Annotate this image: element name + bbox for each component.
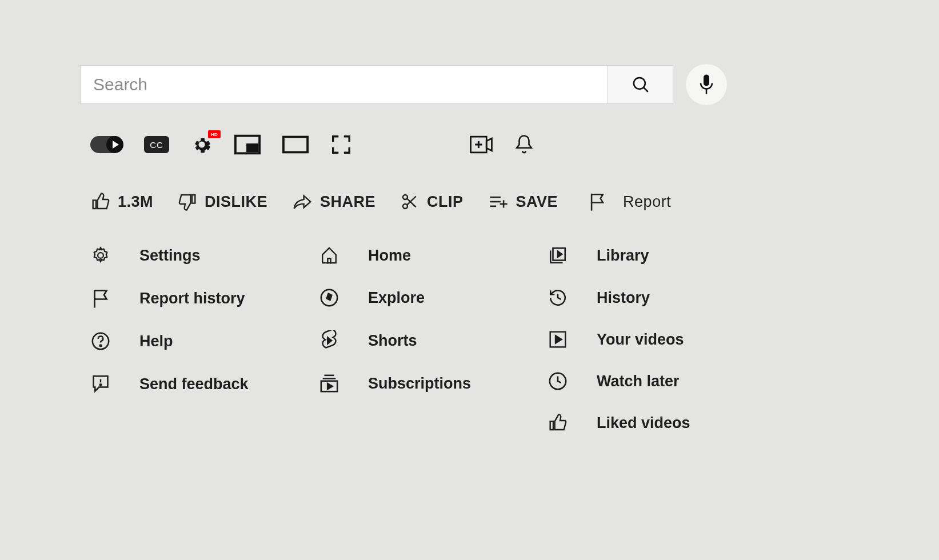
- nav-label: Subscriptions: [368, 375, 471, 393]
- clock-icon: [548, 371, 568, 391]
- save-button[interactable]: SAVE: [489, 193, 558, 211]
- share-icon: [293, 194, 312, 210]
- nav-subscriptions[interactable]: Subscriptions: [319, 374, 508, 393]
- share-label: SHARE: [320, 193, 375, 211]
- nav-label: Report history: [139, 290, 245, 307]
- captions-button[interactable]: CC: [144, 136, 169, 153]
- nav-watch-later[interactable]: Watch later: [548, 371, 736, 391]
- nav-column-3: Library History Your videos: [548, 246, 736, 432]
- navigation-section: Settings Report history Help: [80, 246, 859, 432]
- history-icon: [548, 288, 568, 307]
- search-icon: [631, 75, 650, 94]
- nav-label: Your videos: [597, 331, 684, 349]
- nav-column-2: Home Explore Shorts: [319, 246, 508, 432]
- nav-settings[interactable]: Settings: [90, 246, 279, 265]
- nav-label: History: [597, 289, 650, 307]
- thumbs-up-icon: [91, 193, 110, 211]
- library-icon: [548, 246, 568, 265]
- save-label: SAVE: [516, 193, 558, 211]
- nav-your-videos[interactable]: Your videos: [548, 330, 736, 349]
- cc-label: CC: [150, 140, 163, 150]
- fullscreen-button[interactable]: [330, 134, 352, 155]
- video-actions-row: 1.3M DISLIKE SHARE CLIP: [80, 192, 859, 211]
- nav-label: Help: [139, 333, 173, 350]
- share-button[interactable]: SHARE: [293, 193, 375, 211]
- svg-rect-6: [283, 137, 307, 153]
- svg-line-1: [644, 87, 648, 91]
- nav-column-1: Settings Report history Help: [90, 246, 279, 432]
- svg-point-20: [98, 253, 103, 258]
- shorts-icon: [319, 330, 339, 351]
- search-row: [80, 64, 859, 105]
- nav-label: Explore: [368, 289, 425, 307]
- help-icon: [90, 331, 111, 351]
- svg-point-23: [100, 345, 102, 347]
- microphone-icon: [698, 74, 715, 95]
- nav-report-history[interactable]: Report history: [90, 288, 279, 309]
- svg-rect-2: [704, 75, 709, 86]
- svg-point-11: [403, 204, 407, 209]
- svg-rect-5: [247, 145, 257, 151]
- clip-label: CLIP: [427, 193, 463, 211]
- hd-badge: HD: [208, 130, 221, 138]
- thumbs-up-icon: [548, 414, 568, 432]
- miniplayer-button[interactable]: [234, 134, 261, 155]
- dislike-button[interactable]: DISLIKE: [178, 193, 267, 211]
- clip-button[interactable]: CLIP: [401, 193, 463, 211]
- subscriptions-icon: [319, 374, 339, 393]
- play-square-icon: [548, 330, 568, 349]
- home-icon: [319, 246, 339, 265]
- search-input[interactable]: [80, 65, 608, 104]
- playlist-add-icon: [489, 194, 508, 210]
- nav-label: Send feedback: [139, 375, 249, 393]
- nav-label: Watch later: [597, 373, 680, 390]
- player-settings-button[interactable]: HD: [191, 134, 213, 155]
- nav-label: Library: [597, 247, 649, 265]
- gear-icon: [90, 246, 111, 265]
- search-container: [80, 65, 673, 104]
- nav-label: Home: [368, 247, 411, 265]
- nav-history[interactable]: History: [548, 288, 736, 307]
- nav-liked-videos[interactable]: Liked videos: [548, 414, 736, 432]
- nav-label: Shorts: [368, 332, 417, 350]
- nav-shorts[interactable]: Shorts: [319, 330, 508, 351]
- create-button[interactable]: [470, 135, 493, 154]
- nav-send-feedback[interactable]: Send feedback: [90, 374, 279, 394]
- nav-label: Liked videos: [597, 414, 690, 432]
- nav-label: Settings: [139, 247, 201, 265]
- scissors-icon: [401, 193, 419, 211]
- nav-help[interactable]: Help: [90, 331, 279, 351]
- dislike-label: DISLIKE: [205, 193, 267, 211]
- like-count: 1.3M: [118, 193, 153, 211]
- report-button[interactable]: Report: [589, 192, 671, 211]
- flag-icon: [589, 192, 606, 211]
- theater-mode-button[interactable]: [282, 135, 309, 154]
- compass-icon: [319, 288, 339, 307]
- svg-point-0: [633, 78, 645, 89]
- flag-icon: [90, 288, 111, 309]
- nav-library[interactable]: Library: [548, 246, 736, 265]
- thumbs-down-icon: [178, 193, 197, 211]
- notifications-button[interactable]: [514, 134, 534, 155]
- report-label: Report: [623, 193, 671, 211]
- feedback-icon: [90, 374, 111, 394]
- svg-point-10: [403, 195, 407, 199]
- play-icon: [113, 141, 119, 149]
- nav-home[interactable]: Home: [319, 246, 508, 265]
- nav-explore[interactable]: Explore: [319, 288, 508, 307]
- like-button[interactable]: 1.3M: [91, 193, 153, 211]
- player-controls-row: CC HD: [80, 134, 859, 155]
- svg-point-25: [100, 384, 101, 385]
- autoplay-toggle[interactable]: [90, 136, 122, 153]
- search-button[interactable]: [608, 65, 673, 104]
- voice-search-button[interactable]: [686, 64, 727, 105]
